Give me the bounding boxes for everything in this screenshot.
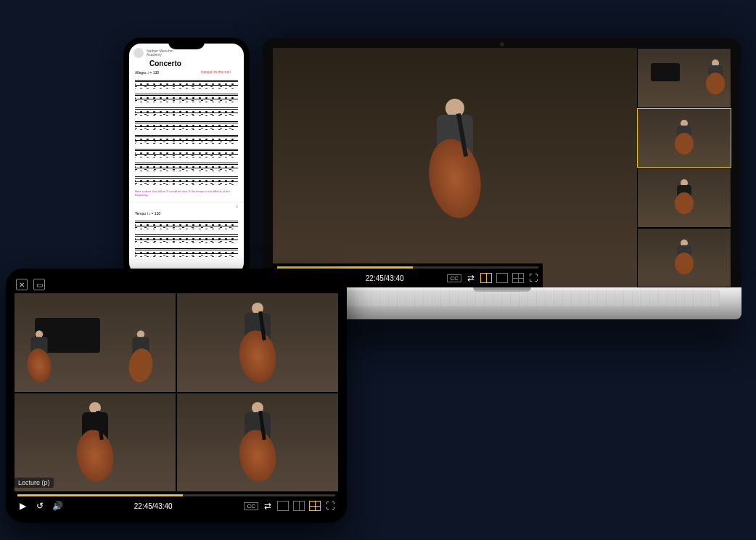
close-icon[interactable]: ✕: [16, 279, 28, 290]
layout-four-button[interactable]: [512, 273, 524, 283]
thumb-cellist-2[interactable]: [637, 168, 731, 228]
page-number: 2: [129, 204, 244, 208]
layout-single-button[interactable]: [277, 501, 289, 511]
tablet-player-controls: ▶ ↺ 🔊 22:45/43:40 CC ⇄ ⛶: [13, 491, 340, 515]
brand-line2: Academy: [147, 53, 173, 57]
fullscreen-icon[interactable]: ⛶: [325, 501, 335, 511]
layout-four-button[interactable]: [309, 501, 321, 511]
thumb-cellist-3[interactable]: [637, 228, 731, 288]
layout-two-button[interactable]: [480, 273, 492, 283]
timecode: 22:45/43:40: [70, 502, 237, 510]
phone-notch: [168, 39, 205, 49]
thumb-cellist-1[interactable]: [637, 108, 731, 168]
laptop-bezel: ▶ ↺ 🔊 22:45/43:40 CC ⇄ ⛶: [263, 38, 741, 287]
score-staves: [129, 80, 244, 185]
score-tempo-2: Tempo I ♩ = 130: [135, 211, 244, 216]
repeat-icon[interactable]: ⇄: [466, 273, 476, 283]
score-page-2: 2 Tempo I ♩ = 130: [129, 202, 244, 257]
video-main-view[interactable]: [273, 48, 637, 287]
volume-icon[interactable]: 🔊: [52, 501, 62, 511]
score-annotation-red: tranquil in this run!: [201, 70, 231, 74]
pip-icon[interactable]: ▭: [33, 279, 45, 290]
progress-bar[interactable]: [17, 494, 335, 496]
laptop-screen: ▶ ↺ 🔊 22:45/43:40 CC ⇄ ⛶: [273, 48, 731, 287]
phone-device: Nathan Menuhin Academy Concerto Allegro …: [123, 38, 250, 280]
thumb-wide-shot[interactable]: [637, 48, 731, 108]
rewind-icon[interactable]: ↺: [35, 501, 45, 511]
cc-button[interactable]: CC: [244, 502, 258, 510]
grid-cell-cellist-3[interactable]: [177, 393, 338, 492]
brand-logo-icon: [133, 48, 144, 58]
score-title: Concerto: [149, 60, 244, 68]
play-icon[interactable]: ▶: [17, 501, 28, 511]
cc-button[interactable]: CC: [447, 274, 461, 282]
tablet-video-grid: [13, 293, 340, 491]
layout-single-button[interactable]: [496, 273, 508, 283]
laptop-main-panel: ▶ ↺ 🔊 22:45/43:40 CC ⇄ ⛶: [273, 48, 637, 287]
tablet-screen: ✕ ▭ Lecture (p) ▶ ↺ 🔊: [13, 276, 340, 515]
fullscreen-icon[interactable]: ⛶: [528, 273, 538, 283]
grid-cell-cellist-1[interactable]: [177, 293, 338, 392]
cellist-figure: [422, 99, 488, 237]
grid-cell-cellist-2[interactable]: [15, 393, 176, 492]
laptop-camera: [500, 42, 504, 46]
grid-cell-wide-shot[interactable]: [15, 293, 176, 392]
layout-two-button[interactable]: [293, 501, 305, 511]
phone-screen[interactable]: Nathan Menuhin Academy Concerto Allegro …: [129, 44, 244, 274]
repeat-icon[interactable]: ⇄: [263, 501, 273, 511]
tablet-device: ✕ ▭ Lecture (p) ▶ ↺ 🔊: [6, 269, 347, 523]
camera-label: Lecture (p): [15, 478, 54, 488]
tablet-top-bar: ✕ ▭: [13, 276, 340, 293]
video-thumbnail-column: [637, 48, 731, 287]
score-annotation-purple: Here a short, fast trill on D would be n…: [135, 190, 238, 197]
